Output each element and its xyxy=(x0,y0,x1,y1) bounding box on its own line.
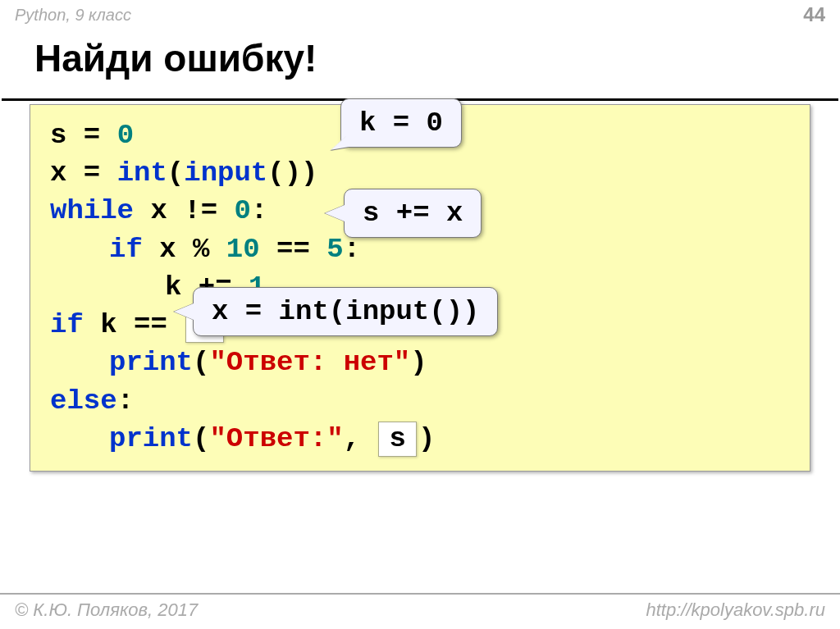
slide-header: Python, 9 класс 44 xyxy=(0,0,840,28)
callout-bubble: k = 0 xyxy=(340,98,462,148)
code-block: s = 0 x = int(input()) while x != 0: if … xyxy=(30,104,810,472)
code-line: else: xyxy=(50,382,790,420)
callout-bubble: x = int(input()) xyxy=(193,287,498,336)
callout-tail-icon xyxy=(174,303,194,320)
slide-title: Найди ошибку! xyxy=(2,28,838,101)
code-line: x = int(input()) xyxy=(50,154,790,192)
copyright-label: © К.Ю. Поляков, 2017 xyxy=(15,599,198,621)
code-line: print("Ответ:", s) xyxy=(50,420,790,458)
course-label: Python, 9 класс xyxy=(15,6,131,25)
slide-footer: © К.Ю. Поляков, 2017 http://kpolyakov.sp… xyxy=(0,593,840,629)
code-line: print("Ответ: нет") xyxy=(50,344,790,381)
callout-bubble: s += x xyxy=(344,189,482,238)
site-link: http://kpolyakov.spb.ru xyxy=(646,599,826,621)
callout-tail-icon xyxy=(325,205,345,221)
page-number: 44 xyxy=(803,3,825,26)
correction-box: s xyxy=(378,422,416,457)
